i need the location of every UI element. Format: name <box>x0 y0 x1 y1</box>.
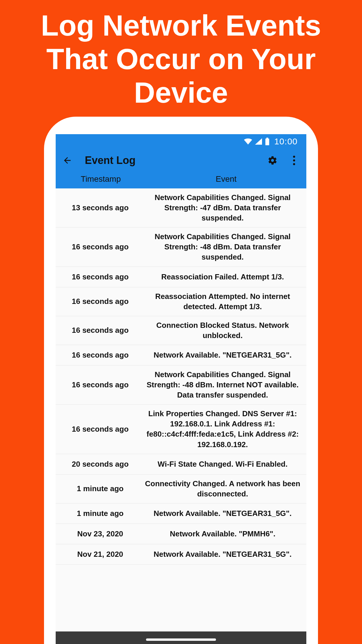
event-description: Connection Blocked Status. Network unblo… <box>142 320 303 341</box>
col-header-event: Event <box>146 174 306 184</box>
svg-point-2 <box>293 156 295 158</box>
event-description: Network Capabilities Changed. Signal Str… <box>142 192 303 223</box>
wifi-icon <box>244 138 252 145</box>
event-row[interactable]: 20 seconds agoWi-Fi State Changed. Wi-Fi… <box>56 454 306 475</box>
event-row[interactable]: 1 minute agoConnectivity Changed. A netw… <box>56 475 306 503</box>
event-list[interactable]: 13 seconds agoNetwork Capabilities Chang… <box>56 188 306 565</box>
signal-icon <box>255 138 262 145</box>
event-row[interactable]: 1 minute agoNetwork Available. "NETGEAR3… <box>56 503 306 524</box>
svg-rect-0 <box>266 138 268 139</box>
event-description: Network Available. "PMMH6". <box>142 529 303 539</box>
event-description: Network Available. "NETGEAR31_5G". <box>142 350 303 360</box>
event-row[interactable]: 16 seconds agoReassociation Attempted. N… <box>56 287 306 316</box>
event-row[interactable]: Nov 21, 2020Network Available. "NETGEAR3… <box>56 544 306 565</box>
event-timestamp: 16 seconds ago <box>59 272 142 281</box>
toolbar: Event Log <box>56 149 306 172</box>
event-row[interactable]: Nov 23, 2020Network Available. "PMMH6". <box>56 524 306 544</box>
event-timestamp: 16 seconds ago <box>59 297 142 306</box>
settings-button[interactable] <box>266 154 279 167</box>
event-row[interactable]: 16 seconds agoLink Properties Changed. D… <box>56 405 306 454</box>
system-nav-bar <box>56 631 306 644</box>
more-vert-icon <box>293 155 296 165</box>
home-handle[interactable] <box>146 638 216 641</box>
gear-icon <box>268 155 277 165</box>
event-row[interactable]: 16 seconds agoNetwork Capabilities Chang… <box>56 228 306 267</box>
event-timestamp: Nov 21, 2020 <box>59 550 142 559</box>
event-description: Wi-Fi State Changed. Wi-Fi Enabled. <box>142 459 303 469</box>
back-button[interactable] <box>61 155 73 166</box>
event-description: Connectivity Changed. A network has been… <box>142 479 303 499</box>
event-row[interactable]: 16 seconds agoNetwork Capabilities Chang… <box>56 365 306 405</box>
status-time: 10:00 <box>274 136 298 146</box>
event-timestamp: 16 seconds ago <box>59 380 142 389</box>
svg-point-4 <box>293 163 295 165</box>
svg-point-3 <box>293 159 295 161</box>
event-row[interactable]: 16 seconds agoReassociation Failed. Atte… <box>56 267 306 287</box>
battery-icon <box>265 138 270 145</box>
event-description: Network Available. "NETGEAR31_5G". <box>142 508 303 519</box>
column-headers: Timestamp Event <box>56 172 306 188</box>
event-description: Network Capabilities Changed. Signal Str… <box>142 370 303 400</box>
event-timestamp: Nov 23, 2020 <box>59 529 142 538</box>
event-timestamp: 16 seconds ago <box>59 351 142 360</box>
status-bar: 10:00 <box>56 134 306 149</box>
phone-frame: 10:00 Event Log Timestamp Event 1 <box>44 117 318 644</box>
event-description: Link Properties Changed. DNS Server #1: … <box>142 409 303 449</box>
event-description: Network Available. "NETGEAR31_5G". <box>142 549 303 559</box>
event-description: Reassociation Failed. Attempt 1/3. <box>142 272 303 282</box>
event-description: Network Capabilities Changed. Signal Str… <box>142 232 303 262</box>
device-screen: 10:00 Event Log Timestamp Event 1 <box>56 134 306 644</box>
event-row[interactable]: 13 seconds agoNetwork Capabilities Chang… <box>56 188 306 228</box>
page-title: Event Log <box>85 154 136 167</box>
event-timestamp: 1 minute ago <box>59 484 142 493</box>
svg-rect-1 <box>265 139 269 145</box>
promo-title: Log Network Events That Occur on Your De… <box>0 0 362 115</box>
event-timestamp: 20 seconds ago <box>59 460 142 469</box>
event-timestamp: 13 seconds ago <box>59 203 142 212</box>
event-description: Reassociation Attempted. No internet det… <box>142 291 303 312</box>
col-header-timestamp: Timestamp <box>56 174 146 184</box>
overflow-menu-button[interactable] <box>288 154 301 167</box>
event-timestamp: 16 seconds ago <box>59 326 142 335</box>
event-timestamp: 1 minute ago <box>59 509 142 518</box>
event-row[interactable]: 16 seconds agoNetwork Available. "NETGEA… <box>56 345 306 365</box>
event-timestamp: 16 seconds ago <box>59 242 142 251</box>
event-row[interactable]: 16 seconds agoConnection Blocked Status.… <box>56 316 306 345</box>
event-timestamp: 16 seconds ago <box>59 425 142 434</box>
app-header: 10:00 Event Log Timestamp Event <box>56 134 306 188</box>
arrow-left-icon <box>62 155 72 165</box>
